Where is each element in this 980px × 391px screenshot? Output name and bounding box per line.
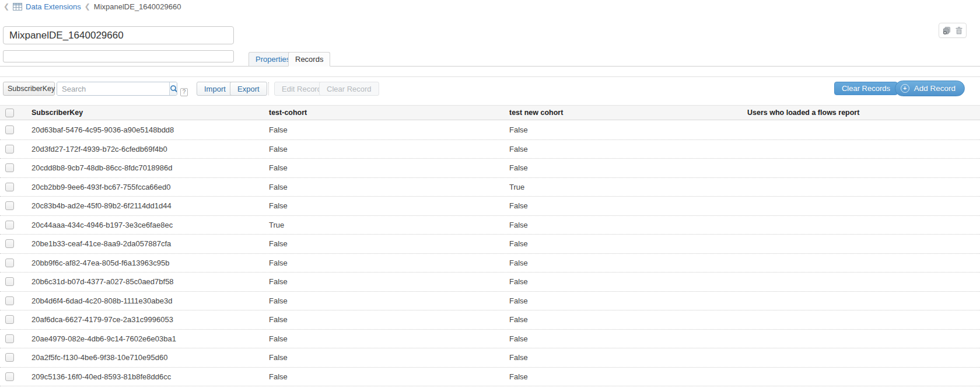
record-row[interactable]: 20af6dca-6627-4179-97ce-2a31c9996053 Fal… [0, 310, 980, 330]
record-row[interactable]: 20cb2bb9-9ee6-493f-bc67-755fcca66ed0 Fal… [0, 178, 980, 197]
record-row[interactable]: 20d3fd27-172f-4939-b72c-6cfedb69f4b0 Fal… [0, 140, 980, 159]
search-field-label: SubscriberKey [8, 85, 55, 93]
cell-test-new-cohort: False [504, 353, 742, 362]
record-row[interactable]: 20c83b4b-ad2e-45f0-89b2-6f2114dd1d44 Fal… [0, 197, 980, 216]
select-all-checkbox[interactable] [5, 109, 14, 117]
row-checkbox-cell [0, 221, 26, 229]
cell-test-cohort: False [264, 372, 504, 381]
de-name-input[interactable] [3, 26, 234, 44]
de-actions-box [939, 23, 967, 38]
row-checkbox[interactable] [5, 221, 14, 229]
cell-test-new-cohort: False [504, 277, 742, 286]
breadcrumb-current: MixpanelDE_1640029660 [94, 2, 181, 11]
cell-test-cohort: True [264, 221, 504, 229]
cell-test-new-cohort: False [504, 239, 742, 248]
row-checkbox-cell [0, 239, 26, 248]
add-record-label: Add Record [914, 84, 956, 93]
row-checkbox[interactable] [5, 145, 14, 153]
cell-test-new-cohort: False [504, 334, 742, 343]
column-header-test-cohort[interactable]: test-cohort [264, 109, 504, 117]
record-row[interactable]: 20c44aaa-434c-4946-b197-3e3ce6fae8ec Tru… [0, 216, 980, 235]
search-button[interactable] [169, 82, 177, 95]
cell-test-new-cohort: False [504, 372, 742, 381]
cell-test-new-cohort: False [504, 315, 742, 324]
record-row[interactable]: 20b6c31d-b07d-4377-a027-85c0aed7bf58 Fal… [0, 273, 980, 292]
cell-test-cohort: False [264, 239, 504, 248]
help-icon[interactable]: ? [180, 88, 188, 96]
record-row[interactable]: 20b4d6f4-6dad-4c20-808b-1111e30abe3d Fal… [0, 292, 980, 311]
record-row[interactable]: 20ae4979-082e-4db6-9c14-7602e6e03ba1 Fal… [0, 330, 980, 349]
row-checkbox[interactable] [5, 201, 14, 210]
search-field-dropdown[interactable]: SubscriberKey ▾ [3, 82, 55, 96]
cell-subscriber-key: 20be1b33-ceaf-41ce-8aa9-2da057887cfa [26, 239, 264, 248]
row-checkbox[interactable] [5, 239, 14, 248]
search-icon [170, 85, 177, 93]
row-checkbox-cell [0, 277, 26, 286]
cell-test-cohort: False [264, 125, 504, 134]
row-checkbox-cell [0, 125, 26, 134]
cell-subscriber-key: 209c5136-16f0-40ed-8593-81b8fe8dd6cc [26, 372, 264, 381]
row-checkbox[interactable] [5, 372, 14, 381]
record-row[interactable]: 20cdd8b8-9cb7-48db-86cc-8fdc7018986d Fal… [0, 159, 980, 178]
row-checkbox[interactable] [5, 334, 14, 343]
row-checkbox[interactable] [5, 277, 14, 286]
import-button[interactable]: Import [197, 82, 233, 96]
record-row[interactable]: 20d63baf-5476-4c95-9036-a90e5148bdd8 Fal… [0, 121, 980, 140]
column-header-test-new-cohort[interactable]: test new cohort [504, 109, 742, 117]
back-chevron-icon[interactable]: ❮ [4, 2, 9, 11]
cell-subscriber-key: 20c83b4b-ad2e-45f0-89b2-6f2114dd1d44 [26, 201, 264, 210]
record-row[interactable]: 209c5136-16f0-40ed-8593-81b8fe8dd6cc Fal… [0, 368, 980, 387]
row-checkbox-cell [0, 183, 26, 191]
cell-test-cohort: False [264, 277, 504, 286]
clear-records-button[interactable]: Clear Records [834, 82, 898, 95]
record-row[interactable]: 20be1b33-ceaf-41ce-8aa9-2da057887cfa Fal… [0, 235, 980, 254]
breadcrumb-link-data-extensions[interactable]: Data Extensions [26, 2, 81, 11]
cell-subscriber-key: 20cdd8b8-9cb7-48db-86cc-8fdc7018986d [26, 163, 264, 172]
header-checkbox-cell [0, 109, 26, 117]
row-checkbox-cell [0, 163, 26, 172]
row-checkbox[interactable] [5, 259, 14, 267]
cell-subscriber-key: 20d63baf-5476-4c95-9036-a90e5148bdd8 [26, 125, 264, 134]
cell-test-new-cohort: True [504, 183, 742, 191]
records-table-header: SubscriberKey test-cohort test new cohor… [0, 105, 980, 120]
row-checkbox-cell [0, 259, 26, 267]
row-checkbox[interactable] [5, 125, 14, 134]
cell-test-new-cohort: False [504, 221, 742, 229]
row-checkbox[interactable] [5, 315, 14, 324]
cell-test-cohort: False [264, 163, 504, 172]
plus-icon: + [901, 84, 909, 93]
records-table-body: 20d63baf-5476-4c95-9036-a90e5148bdd8 Fal… [0, 121, 980, 386]
row-checkbox[interactable] [5, 183, 14, 191]
clear-record-button[interactable]: Clear Record [319, 82, 379, 96]
cell-subscriber-key: 20ae4979-082e-4db6-9c14-7602e6e03ba1 [26, 334, 264, 343]
row-checkbox-cell [0, 145, 26, 153]
record-row[interactable]: 20a2f5fc-f130-4be6-9f38-10e710e95d60 Fal… [0, 348, 980, 368]
cell-test-cohort: False [264, 315, 504, 324]
record-row[interactable]: 20bb9f6c-af82-47ea-805d-f6a13963c95b Fal… [0, 254, 980, 273]
row-checkbox[interactable] [5, 163, 14, 172]
data-extension-grid-icon [13, 3, 22, 11]
cell-test-new-cohort: False [504, 145, 742, 153]
cell-test-cohort: False [264, 353, 504, 362]
tab-records[interactable]: Records [288, 52, 330, 67]
cell-subscriber-key: 20a2f5fc-f130-4be6-9f38-10e710e95d60 [26, 353, 264, 362]
row-checkbox[interactable] [5, 353, 14, 362]
trash-icon[interactable] [956, 27, 963, 34]
row-checkbox-cell [0, 372, 26, 381]
column-header-flows-report[interactable]: Users who loaded a flows report [742, 109, 980, 117]
content-divider [0, 76, 980, 77]
search-input[interactable] [57, 82, 169, 95]
add-record-button[interactable]: + Add Record [895, 81, 965, 96]
cell-test-new-cohort: False [504, 125, 742, 134]
row-checkbox[interactable] [5, 296, 14, 305]
search-box [57, 82, 177, 96]
row-checkbox-cell [0, 201, 26, 210]
copy-icon[interactable] [943, 27, 951, 34]
cell-test-new-cohort: False [504, 296, 742, 305]
cell-test-cohort: False [264, 201, 504, 210]
column-header-subscriberkey[interactable]: SubscriberKey [26, 109, 264, 117]
cell-test-new-cohort: False [504, 259, 742, 267]
export-button[interactable]: Export [230, 82, 267, 96]
cell-test-cohort: False [264, 145, 504, 153]
cell-test-cohort: False [264, 334, 504, 343]
